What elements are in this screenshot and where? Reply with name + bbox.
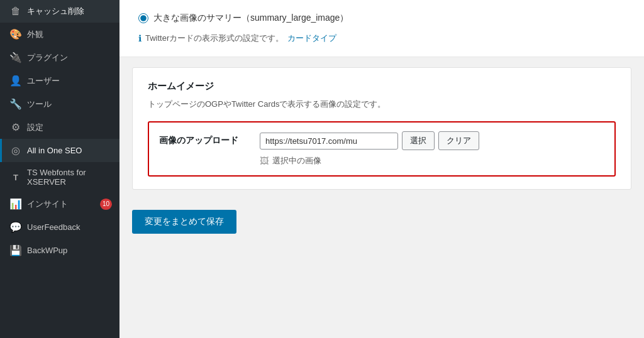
- ts-webfonts-icon: T: [9, 173, 22, 182]
- plugins-icon: 🔌: [9, 52, 22, 63]
- sidebar-item-label: 外観: [27, 29, 112, 40]
- sidebar-item-appearance[interactable]: 🎨 外観: [0, 23, 119, 46]
- save-section: 変更をまとめて保存: [119, 200, 644, 244]
- sidebar-item-label: All in One SEO: [27, 146, 112, 155]
- sidebar-item-label: ツール: [27, 99, 112, 110]
- info-icon: ℹ: [138, 33, 142, 43]
- upload-input-row: 選択 クリア: [260, 131, 604, 150]
- sidebar-item-all-in-one-seo[interactable]: ◎ All in One SEO: [0, 139, 119, 162]
- sidebar-item-label: キャッシュ削除: [27, 6, 112, 17]
- upload-label: 画像のアップロード: [159, 131, 247, 146]
- sidebar-item-label: ユーザー: [27, 75, 112, 87]
- sidebar-item-label: BackWPup: [27, 246, 112, 255]
- card-type-link[interactable]: カードタイプ: [287, 33, 336, 44]
- save-button[interactable]: 変更をまとめて保存: [132, 210, 236, 234]
- image-icon: 🖼: [260, 156, 269, 166]
- home-image-section: ホームイメージ トップページのOGPやTwitter Cardsで表示する画像の…: [132, 67, 631, 190]
- sidebar: 🗑 キャッシュ削除 🎨 外観 🔌 プラグイン 👤 ユーザー 🔧 ツール ⚙ 設定…: [0, 0, 119, 338]
- twitter-card-info-text: Twitterカードの表示形式の設定です。: [145, 33, 284, 44]
- twitter-card-section: 大きな画像のサマリー（summary_large_image） ℹ Twitte…: [119, 0, 644, 57]
- upload-url-input[interactable]: [260, 133, 398, 150]
- twitter-card-radio-row: 大きな画像のサマリー（summary_large_image）: [138, 13, 625, 24]
- tools-icon: 🔧: [9, 98, 22, 110]
- image-preview: 🖼 選択中の画像: [260, 155, 604, 166]
- twitter-card-radio-label: 大きな画像のサマリー（summary_large_image）: [153, 13, 348, 24]
- sidebar-item-tools[interactable]: 🔧 ツール: [0, 92, 119, 116]
- main-content: 大きな画像のサマリー（summary_large_image） ℹ Twitte…: [119, 0, 644, 338]
- sidebar-item-users[interactable]: 👤 ユーザー: [0, 69, 119, 92]
- settings-icon: ⚙: [9, 121, 22, 133]
- twitter-card-radio[interactable]: [138, 13, 148, 23]
- sidebar-item-settings[interactable]: ⚙ 設定: [0, 116, 119, 139]
- sidebar-item-insight[interactable]: 📊 インサイト 10: [0, 192, 119, 215]
- cache-delete-icon: 🗑: [9, 6, 22, 17]
- sidebar-item-ts-webfonts[interactable]: T TS Webfonts for XSERVER: [0, 162, 119, 192]
- select-button[interactable]: 選択: [402, 131, 435, 150]
- sidebar-item-label: TS Webfonts for XSERVER: [27, 168, 112, 187]
- insight-icon: 📊: [9, 198, 22, 210]
- backwpup-icon: 💾: [9, 244, 22, 256]
- userfeedback-icon: 💬: [9, 221, 22, 233]
- home-image-title: ホームイメージ: [148, 80, 616, 92]
- twitter-card-info-row: ℹ Twitterカードの表示形式の設定です。 カードタイプ: [138, 33, 625, 44]
- sidebar-item-backwpup[interactable]: 💾 BackWPup: [0, 239, 119, 262]
- home-image-description: トップページのOGPやTwitter Cardsで表示する画像の設定です。: [148, 99, 616, 110]
- sidebar-item-label: UserFeedback: [27, 222, 112, 232]
- appearance-icon: 🎨: [9, 28, 22, 40]
- sidebar-item-cache-delete[interactable]: 🗑 キャッシュ削除: [0, 0, 119, 23]
- users-icon: 👤: [9, 75, 22, 87]
- sidebar-item-label: 設定: [27, 122, 112, 133]
- sidebar-item-label: インサイト: [27, 199, 95, 210]
- upload-row: 画像のアップロード 選択 クリア 🖼 選択中の画像: [148, 121, 616, 177]
- sidebar-item-userfeedback[interactable]: 💬 UserFeedback: [0, 215, 119, 239]
- image-preview-text: 選択中の画像: [272, 155, 321, 166]
- sidebar-item-label: プラグイン: [27, 52, 112, 63]
- insight-badge: 10: [100, 199, 112, 210]
- upload-controls: 選択 クリア 🖼 選択中の画像: [260, 131, 604, 166]
- clear-button[interactable]: クリア: [438, 131, 479, 150]
- all-in-one-seo-icon: ◎: [9, 144, 22, 156]
- sidebar-item-plugins[interactable]: 🔌 プラグイン: [0, 46, 119, 69]
